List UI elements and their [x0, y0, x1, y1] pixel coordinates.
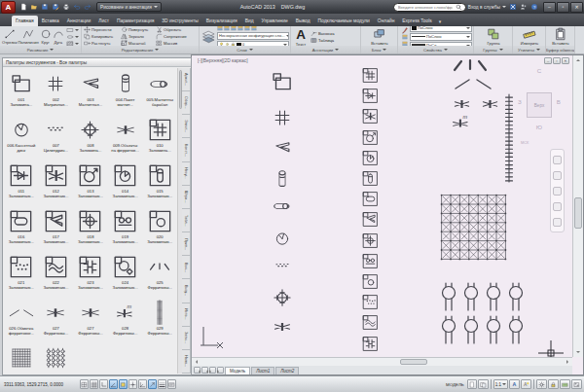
- viewport-controls[interactable]: [-][Верхняя][2D каркас]: [198, 58, 248, 63]
- vertical-scrollbar[interactable]: [572, 55, 583, 357]
- canvas-symbol-flag-a2[interactable]: [272, 139, 293, 156]
- ribbon-tab-9[interactable]: Вывод: [292, 16, 314, 26]
- viewcube-top-face[interactable]: Верх: [527, 92, 552, 118]
- palette-tab-3[interactable]: Конст...: [182, 138, 191, 161]
- ribbon-overflow-button[interactable]: ▾: [436, 16, 445, 26]
- palette-tab-4[interactable]: Несу...: [182, 162, 191, 186]
- ortho-toggle[interactable]: [99, 379, 108, 389]
- tool-t-arc[interactable]: Дуга: [53, 28, 64, 45]
- plot-icon[interactable]: [61, 2, 71, 13]
- signin-dropdown[interactable]: Вход в службы: [468, 4, 506, 10]
- tool-t-insert[interactable]: Вставить: [371, 27, 387, 46]
- palette-item-015[interactable]: 015Запоминаю...: [142, 161, 177, 207]
- steering-wheel-icon[interactable]: [553, 156, 562, 164]
- ribbon-tab-8[interactable]: Управление: [258, 16, 292, 26]
- panel-label[interactable]: Аннотации: [291, 46, 360, 53]
- exchange-apps-icon[interactable]: [508, 3, 517, 12]
- canvas-symbol-b-wave-b12[interactable]: [362, 314, 379, 331]
- lock-ui-button[interactable]: [548, 379, 559, 389]
- canvas-symbol-xbar-a8[interactable]: [273, 319, 292, 335]
- horizontal-scrollbar[interactable]: [192, 357, 572, 366]
- canvas-symbol-crosshair-a7[interactable]: [273, 288, 292, 307]
- workspace-dropdown[interactable]: Рисование и аннотация: [96, 2, 162, 12]
- palette-item-012[interactable]: 012Запоминаю...: [39, 161, 74, 207]
- pan-icon[interactable]: [553, 171, 562, 180]
- palette-tab-11[interactable]: Зави...: [182, 327, 191, 350]
- otrack-toggle[interactable]: [128, 379, 137, 389]
- scroll-down-icon[interactable]: [576, 351, 580, 355]
- tool-t-trim[interactable]: Обрезать: [156, 26, 198, 33]
- showmotion-icon[interactable]: [553, 218, 562, 227]
- canvas-symbol-pie-a5[interactable]: [274, 230, 291, 247]
- canvas-symbol-b-roundrect-b6[interactable]: [362, 191, 379, 207]
- application-menu-button[interactable]: A: [1, 1, 16, 14]
- doc-restore-button[interactable]: ▫: [553, 57, 561, 64]
- communication-center-icon[interactable]: [519, 3, 528, 12]
- help-icon[interactable]: ?: [529, 3, 538, 12]
- polar-toggle[interactable]: [109, 379, 118, 389]
- navigation-bar[interactable]: [550, 149, 565, 232]
- panel-label[interactable]: Слои: [200, 46, 290, 53]
- palette-item-002[interactable]: 002Матричная...: [39, 70, 74, 116]
- tool-t-pline[interactable]: Полилиния: [18, 28, 38, 45]
- view-cube[interactable]: С З В Ю Верх МСК: [517, 67, 562, 145]
- palette-tab-2[interactable]: Элект...: [182, 115, 191, 138]
- saveas-icon[interactable]: [51, 2, 60, 13]
- palette-item-021[interactable]: 021Запоминаю...: [4, 253, 39, 299]
- ribbon-tab-10[interactable]: Подключаемые модули: [314, 16, 374, 26]
- scroll-left-icon[interactable]: [194, 360, 198, 364]
- canvas-symbol-b-tape-b9[interactable]: [362, 253, 379, 269]
- canvas-symbol-xbarm-s4[interactable]: m: [451, 114, 471, 131]
- property-dropdown-1[interactable]: ПоСлою: [410, 33, 472, 41]
- tool-t-mirror[interactable]: Зеркало: [121, 33, 156, 40]
- viewcube-west-label[interactable]: З: [518, 98, 522, 105]
- ribbon-tab-5[interactable]: 3D инструменты: [158, 16, 201, 26]
- ribbon-tab-7[interactable]: Вид: [241, 16, 258, 26]
- tool-t-rotate[interactable]: Повернуть: [121, 26, 156, 33]
- canvas-symbol-b-hash-b0[interactable]: [362, 67, 379, 84]
- tool-t-paste[interactable]: Вставить: [552, 27, 568, 46]
- canvas-symbol-hatchbar-s5[interactable]: [503, 92, 515, 184]
- palette-item-013[interactable]: 013Запоминаю...: [73, 161, 108, 207]
- panel-label[interactable]: Группы: [474, 46, 512, 53]
- horizontal-scroll-thumb[interactable]: [400, 359, 427, 365]
- ribbon-tab-3[interactable]: Лист: [94, 16, 113, 26]
- panel-label[interactable]: Блок: [361, 46, 397, 53]
- quick-view-layouts-button[interactable]: [478, 379, 489, 389]
- tab-layout2[interactable]: Лист2: [275, 367, 299, 374]
- first-layout-button[interactable]: [194, 367, 201, 374]
- ribbon-tab-6[interactable]: Визуализация: [202, 16, 241, 26]
- lwt-toggle[interactable]: [158, 379, 166, 389]
- palette-tab-5[interactable]: Штри...: [182, 186, 191, 209]
- layer-tool-2[interactable]: [231, 26, 237, 31]
- palette-tab-12[interactable]: Нала...: [182, 350, 191, 374]
- tool-t-measure[interactable]: Измерить: [521, 27, 538, 46]
- canvas-symbol-b-circle-b10[interactable]: [362, 273, 379, 290]
- viewcube-south-label[interactable]: Ю: [517, 124, 562, 130]
- canvas-symbol-sq-a0[interactable]: [270, 71, 295, 93]
- ribbon-tab-1[interactable]: Вставка: [38, 16, 63, 26]
- palette-item-001[interactable]: 001Запомина...: [4, 70, 39, 116]
- tool-t-leader[interactable]: Выноска: [310, 30, 334, 36]
- vertical-scroll-thumb[interactable]: [574, 197, 582, 229]
- workspace-switching-button[interactable]: [536, 379, 547, 389]
- property-dropdown-0[interactable]: ПоСлою: [410, 26, 472, 32]
- ribbon-tab-2[interactable]: Аннотации: [63, 16, 94, 26]
- help-search-box[interactable]: [393, 3, 466, 12]
- model-button[interactable]: [467, 379, 477, 389]
- palette-tab-9[interactable]: Визу...: [182, 279, 191, 303]
- layer-tool-0[interactable]: [217, 26, 223, 31]
- palette-item-016[interactable]: 016Запоминаю...: [4, 207, 39, 253]
- panel-label[interactable]: Свойства: [398, 46, 473, 53]
- panel-label[interactable]: Утилиты: [513, 46, 545, 53]
- canvas-symbol-angle-s1[interactable]: [454, 77, 493, 90]
- prev-layout-button[interactable]: [201, 367, 208, 374]
- ducs-toggle[interactable]: [138, 379, 147, 389]
- canvas-symbol-b-xbar-b2[interactable]: [362, 108, 379, 125]
- panel-label[interactable]: Рисование: [0, 46, 81, 53]
- autoscale-button[interactable]: А: [521, 379, 531, 389]
- layer-tool-1[interactable]: [224, 26, 230, 31]
- palette-tab-6[interactable]: Табл...: [182, 209, 191, 232]
- save-icon[interactable]: [40, 2, 50, 13]
- palette-item-026.Обмотка[interactable]: 026.Обмоткаферритовог...: [4, 299, 39, 344]
